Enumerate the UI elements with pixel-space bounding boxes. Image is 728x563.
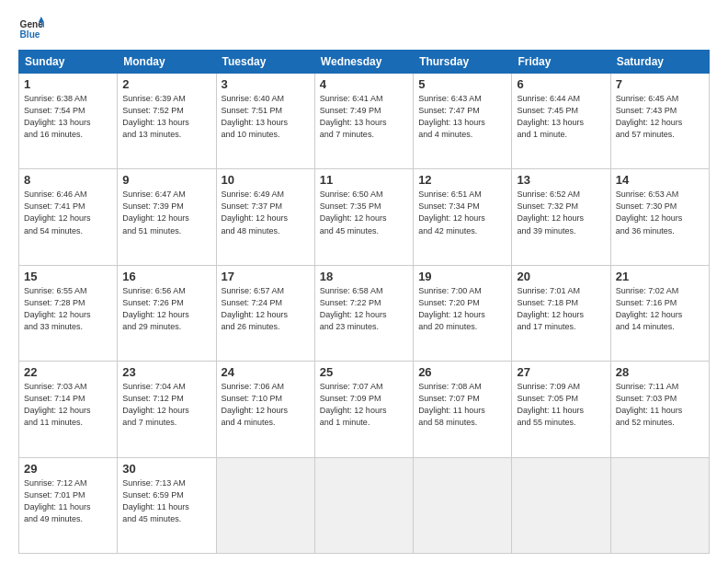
day-info: Sunrise: 7:12 AMSunset: 7:01 PMDaylight:…	[24, 477, 112, 525]
calendar-cell: 5Sunrise: 6:43 AMSunset: 7:47 PMDaylight…	[414, 74, 512, 169]
day-info: Sunrise: 6:52 AMSunset: 7:32 PMDaylight:…	[517, 189, 605, 236]
calendar-cell: 2Sunrise: 6:39 AMSunset: 7:52 PMDaylight…	[118, 74, 216, 169]
calendar-cell: 12Sunrise: 6:51 AMSunset: 7:34 PMDayligh…	[414, 169, 512, 265]
day-number: 12	[418, 173, 506, 187]
calendar-cell: 16Sunrise: 6:56 AMSunset: 7:26 PMDayligh…	[118, 265, 216, 361]
calendar-cell: 7Sunrise: 6:45 AMSunset: 7:43 PMDaylight…	[610, 74, 709, 169]
calendar-cell: 26Sunrise: 7:08 AMSunset: 7:07 PMDayligh…	[414, 362, 512, 457]
weekday-thursday: Thursday	[414, 51, 512, 74]
calendar-cell: 17Sunrise: 6:57 AMSunset: 7:24 PMDayligh…	[216, 265, 314, 361]
calendar-cell: 18Sunrise: 6:58 AMSunset: 7:22 PMDayligh…	[314, 265, 413, 361]
day-number: 21	[616, 270, 704, 283]
calendar-cell: 21Sunrise: 7:02 AMSunset: 7:16 PMDayligh…	[610, 265, 709, 361]
day-info: Sunrise: 6:43 AMSunset: 7:47 PMDaylight:…	[418, 93, 506, 141]
day-info: Sunrise: 6:51 AMSunset: 7:34 PMDaylight:…	[418, 189, 506, 236]
day-number: 14	[616, 173, 704, 187]
logo-icon: General Blue	[18, 17, 44, 42]
day-number: 11	[320, 173, 408, 187]
day-number: 9	[122, 173, 210, 187]
weekday-friday: Friday	[512, 51, 610, 74]
day-info: Sunrise: 6:46 AMSunset: 7:41 PMDaylight:…	[24, 189, 112, 236]
calendar-table: SundayMondayTuesdayWednesdayThursdayFrid…	[18, 50, 710, 554]
calendar-cell: 22Sunrise: 7:03 AMSunset: 7:14 PMDayligh…	[19, 362, 118, 457]
day-number: 8	[24, 173, 112, 187]
calendar-cell: 9Sunrise: 6:47 AMSunset: 7:39 PMDaylight…	[118, 169, 216, 265]
weekday-wednesday: Wednesday	[314, 51, 413, 74]
day-info: Sunrise: 7:02 AMSunset: 7:16 PMDaylight:…	[616, 285, 704, 333]
day-number: 1	[24, 77, 112, 91]
calendar-cell: 29Sunrise: 7:12 AMSunset: 7:01 PMDayligh…	[19, 457, 118, 553]
calendar-cell	[216, 457, 314, 553]
calendar-cell: 24Sunrise: 7:06 AMSunset: 7:10 PMDayligh…	[216, 362, 314, 457]
day-info: Sunrise: 6:50 AMSunset: 7:35 PMDaylight:…	[320, 189, 408, 236]
calendar-cell	[314, 457, 413, 553]
day-info: Sunrise: 7:07 AMSunset: 7:09 PMDaylight:…	[320, 381, 408, 429]
calendar-cell: 14Sunrise: 6:53 AMSunset: 7:30 PMDayligh…	[610, 169, 709, 265]
day-number: 22	[24, 365, 112, 379]
day-info: Sunrise: 7:06 AMSunset: 7:10 PMDaylight:…	[222, 381, 310, 429]
day-number: 24	[222, 365, 310, 379]
day-info: Sunrise: 6:53 AMSunset: 7:30 PMDaylight:…	[616, 189, 704, 236]
day-number: 29	[24, 462, 112, 476]
day-number: 28	[616, 365, 704, 379]
day-number: 2	[122, 77, 210, 91]
day-number: 18	[320, 270, 408, 283]
day-info: Sunrise: 7:04 AMSunset: 7:12 PMDaylight:…	[122, 381, 210, 429]
calendar-cell: 23Sunrise: 7:04 AMSunset: 7:12 PMDayligh…	[118, 362, 216, 457]
calendar-cell	[610, 457, 709, 553]
day-info: Sunrise: 6:45 AMSunset: 7:43 PMDaylight:…	[616, 93, 704, 141]
day-info: Sunrise: 6:44 AMSunset: 7:45 PMDaylight:…	[517, 93, 605, 141]
calendar-cell: 8Sunrise: 6:46 AMSunset: 7:41 PMDaylight…	[19, 169, 118, 265]
day-number: 30	[122, 462, 210, 476]
weekday-tuesday: Tuesday	[216, 51, 314, 74]
day-number: 13	[517, 173, 605, 187]
day-info: Sunrise: 7:03 AMSunset: 7:14 PMDaylight:…	[24, 381, 112, 429]
day-number: 25	[320, 365, 408, 379]
weekday-sunday: Sunday	[19, 51, 118, 74]
day-number: 26	[418, 365, 506, 379]
day-info: Sunrise: 7:00 AMSunset: 7:20 PMDaylight:…	[418, 285, 506, 333]
week-row-2: 8Sunrise: 6:46 AMSunset: 7:41 PMDaylight…	[19, 169, 710, 265]
calendar-cell: 25Sunrise: 7:07 AMSunset: 7:09 PMDayligh…	[314, 362, 413, 457]
day-number: 23	[122, 365, 210, 379]
day-info: Sunrise: 6:56 AMSunset: 7:26 PMDaylight:…	[122, 285, 210, 333]
week-row-5: 29Sunrise: 7:12 AMSunset: 7:01 PMDayligh…	[19, 457, 710, 553]
weekday-monday: Monday	[118, 51, 216, 74]
day-number: 15	[24, 270, 112, 283]
day-number: 19	[418, 270, 506, 283]
week-row-3: 15Sunrise: 6:55 AMSunset: 7:28 PMDayligh…	[19, 265, 710, 361]
day-info: Sunrise: 6:49 AMSunset: 7:37 PMDaylight:…	[222, 189, 310, 236]
calendar-cell: 6Sunrise: 6:44 AMSunset: 7:45 PMDaylight…	[512, 74, 610, 169]
day-number: 4	[320, 77, 408, 91]
week-row-1: 1Sunrise: 6:38 AMSunset: 7:54 PMDaylight…	[19, 74, 710, 169]
calendar-cell: 4Sunrise: 6:41 AMSunset: 7:49 PMDaylight…	[314, 74, 413, 169]
day-number: 3	[222, 77, 310, 91]
day-info: Sunrise: 6:40 AMSunset: 7:51 PMDaylight:…	[222, 93, 310, 141]
day-info: Sunrise: 6:38 AMSunset: 7:54 PMDaylight:…	[24, 93, 112, 141]
calendar-cell: 19Sunrise: 7:00 AMSunset: 7:20 PMDayligh…	[414, 265, 512, 361]
day-info: Sunrise: 6:47 AMSunset: 7:39 PMDaylight:…	[122, 189, 210, 236]
calendar-page: General Blue SundayMondayTuesdayWednesda…	[0, 0, 728, 563]
day-info: Sunrise: 6:58 AMSunset: 7:22 PMDaylight:…	[320, 285, 408, 333]
weekday-header-row: SundayMondayTuesdayWednesdayThursdayFrid…	[19, 51, 710, 74]
logo: General Blue	[18, 17, 44, 42]
calendar-cell: 13Sunrise: 6:52 AMSunset: 7:32 PMDayligh…	[512, 169, 610, 265]
calendar-cell: 10Sunrise: 6:49 AMSunset: 7:37 PMDayligh…	[216, 169, 314, 265]
day-number: 5	[418, 77, 506, 91]
calendar-cell: 1Sunrise: 6:38 AMSunset: 7:54 PMDaylight…	[19, 74, 118, 169]
calendar-cell: 30Sunrise: 7:13 AMSunset: 6:59 PMDayligh…	[118, 457, 216, 553]
calendar-cell: 11Sunrise: 6:50 AMSunset: 7:35 PMDayligh…	[314, 169, 413, 265]
calendar-cell	[414, 457, 512, 553]
day-info: Sunrise: 7:08 AMSunset: 7:07 PMDaylight:…	[418, 381, 506, 429]
header: General Blue	[18, 17, 710, 42]
day-info: Sunrise: 6:55 AMSunset: 7:28 PMDaylight:…	[24, 285, 112, 333]
weekday-saturday: Saturday	[610, 51, 709, 74]
calendar-cell: 27Sunrise: 7:09 AMSunset: 7:05 PMDayligh…	[512, 362, 610, 457]
calendar-cell: 28Sunrise: 7:11 AMSunset: 7:03 PMDayligh…	[610, 362, 709, 457]
day-number: 17	[222, 270, 310, 283]
day-number: 10	[222, 173, 310, 187]
day-number: 7	[616, 77, 704, 91]
day-info: Sunrise: 6:39 AMSunset: 7:52 PMDaylight:…	[122, 93, 210, 141]
day-info: Sunrise: 6:41 AMSunset: 7:49 PMDaylight:…	[320, 93, 408, 141]
week-row-4: 22Sunrise: 7:03 AMSunset: 7:14 PMDayligh…	[19, 362, 710, 457]
